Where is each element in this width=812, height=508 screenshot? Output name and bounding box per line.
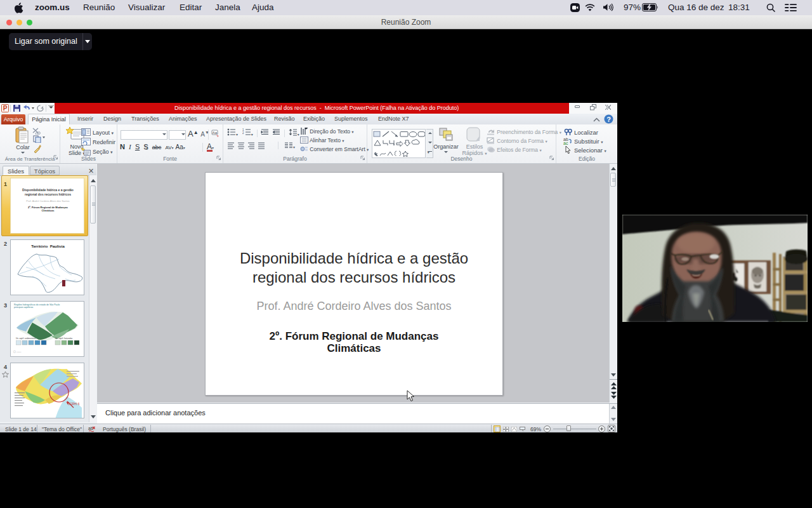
svg-text:UGRHI 6: UGRHI 6 [68, 403, 80, 406]
svg-text:P: P [3, 105, 8, 112]
svg-text:2: 2 [242, 131, 244, 135]
svg-text:ac: ac [563, 141, 568, 145]
svg-text:Aa: Aa [213, 131, 218, 135]
svg-text:?: ? [606, 116, 611, 123]
svg-text:ab: ab [88, 426, 93, 431]
